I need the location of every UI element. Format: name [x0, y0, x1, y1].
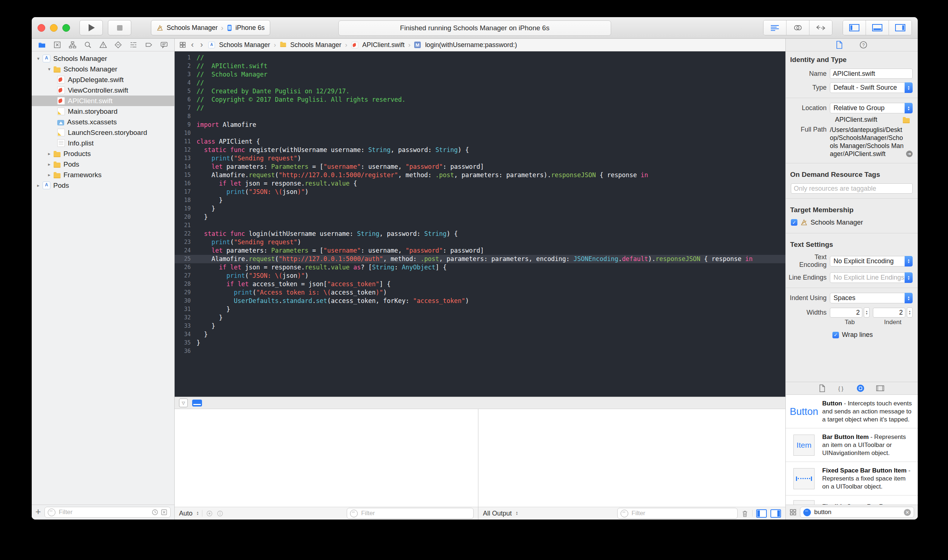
- hide-debug-area-button[interactable]: ▽: [179, 398, 188, 407]
- line-number[interactable]: 24: [175, 246, 197, 255]
- tree-item-apiclient-selected[interactable]: APIClient.swift: [32, 95, 174, 106]
- file-template-library-icon[interactable]: [819, 384, 825, 392]
- code-line[interactable]: 15 Alamofire.request("http://127.0.0.1:5…: [175, 171, 785, 179]
- tab-width-stepper[interactable]: ▴▾: [864, 307, 870, 318]
- file-inspector-tab-icon[interactable]: [836, 40, 843, 49]
- code-line[interactable]: 20 }: [175, 213, 785, 221]
- variables-view-content[interactable]: [175, 409, 478, 507]
- issue-navigator-tab[interactable]: [99, 40, 108, 49]
- code-line[interactable]: 18 }: [175, 196, 785, 205]
- disclosure-triangle[interactable]: ▾: [46, 66, 53, 72]
- toggle-console-view-button[interactable]: [770, 509, 781, 518]
- toggle-debug-area-button[interactable]: [866, 20, 889, 35]
- code-line[interactable]: 35}: [175, 339, 785, 347]
- source-editor[interactable]: 1//2// APIClient.swift3// Schools Manage…: [175, 51, 785, 397]
- back-button[interactable]: ‹: [189, 41, 195, 49]
- line-number[interactable]: 29: [175, 288, 197, 297]
- disclosure-triangle[interactable]: ▾: [35, 56, 42, 61]
- line-number[interactable]: 18: [175, 196, 197, 205]
- line-number[interactable]: 7: [175, 104, 197, 112]
- code-line[interactable]: 19 }: [175, 205, 785, 213]
- tree-item-group[interactable]: ▾ Schools Manager: [32, 64, 174, 74]
- version-editor-button[interactable]: [809, 20, 832, 35]
- variables-filter-field[interactable]: [347, 508, 474, 519]
- line-number[interactable]: 12: [175, 146, 197, 154]
- line-number[interactable]: 16: [175, 179, 197, 188]
- project-navigator-tab[interactable]: [38, 40, 46, 49]
- tree-item-viewcontroller[interactable]: ViewController.swift: [32, 85, 174, 95]
- library-item-bar-button-item[interactable]: Item Bar Button Item - Represents an ite…: [786, 428, 918, 462]
- jumpbar-crumb-group[interactable]: Schools Manager: [290, 41, 341, 49]
- indent-using-popup[interactable]: Spaces ▴▾: [830, 293, 913, 303]
- line-number[interactable]: 1: [175, 54, 197, 62]
- wrap-lines-checkbox[interactable]: ✓: [833, 332, 839, 338]
- code-line[interactable]: 21: [175, 221, 785, 230]
- line-number[interactable]: 32: [175, 314, 197, 322]
- breakpoint-navigator-tab[interactable]: [145, 40, 153, 49]
- target-checkbox[interactable]: ✓: [791, 219, 797, 226]
- code-line[interactable]: 31 }: [175, 305, 785, 314]
- clear-search-icon[interactable]: ✕: [904, 509, 911, 516]
- tree-item-infoplist[interactable]: Info.plist: [32, 138, 174, 148]
- info-icon[interactable]: [217, 510, 223, 517]
- console-output-popup[interactable]: All Output: [483, 510, 512, 517]
- library-item-fixed-space[interactable]: Fixed Space Bar Button Item - Represents…: [786, 462, 918, 495]
- source-control-status-icon[interactable]: [161, 509, 167, 515]
- code-line[interactable]: 23 print("Sending request"): [175, 238, 785, 246]
- line-number[interactable]: 35: [175, 339, 197, 347]
- code-line[interactable]: 2// APIClient.swift: [175, 62, 785, 70]
- console-filter-field[interactable]: [617, 508, 738, 519]
- code-snippet-library-icon[interactable]: { }: [836, 384, 845, 392]
- line-number[interactable]: 28: [175, 280, 197, 288]
- toggle-navigator-button[interactable]: [843, 20, 866, 35]
- tree-item-pods-project[interactable]: ▸ Pods: [32, 180, 174, 191]
- close-window-button[interactable]: [38, 24, 45, 32]
- line-number[interactable]: 11: [175, 137, 197, 146]
- line-number[interactable]: 31: [175, 305, 197, 314]
- clear-console-trash-icon[interactable]: [741, 510, 749, 517]
- line-number[interactable]: 26: [175, 263, 197, 272]
- line-number[interactable]: 25: [175, 255, 197, 263]
- disclosure-triangle[interactable]: ▸: [46, 151, 53, 156]
- tree-item-products[interactable]: ▸ Products: [32, 148, 174, 159]
- variables-scope-popup[interactable]: Auto: [179, 510, 192, 517]
- code-line[interactable]: 32 }: [175, 314, 785, 322]
- symbol-navigator-tab[interactable]: [68, 40, 77, 49]
- stop-button[interactable]: [108, 20, 131, 35]
- code-line[interactable]: 6// Copyright © 2017 Dante Puglisi. All …: [175, 95, 785, 104]
- toggle-variables-view-button[interactable]: [756, 509, 767, 518]
- quicklook-eye-icon[interactable]: [206, 510, 213, 517]
- tree-item-main-storyboard[interactable]: Main.storyboard: [32, 106, 174, 117]
- scheme-selector[interactable]: Schools Manager › iPhone 6s: [151, 20, 270, 35]
- console-output[interactable]: [479, 409, 785, 507]
- add-button[interactable]: +: [35, 507, 41, 516]
- code-line[interactable]: 17 print("JSON: \(json)"): [175, 188, 785, 196]
- line-number[interactable]: 15: [175, 171, 197, 179]
- media-library-icon[interactable]: [876, 385, 885, 392]
- code-line[interactable]: 24 let parameters: Parameters = ["userna…: [175, 246, 785, 255]
- tree-item-frameworks[interactable]: ▸ Frameworks: [32, 169, 174, 180]
- text-encoding-popup[interactable]: No Explicit Encoding ▴▾: [830, 256, 913, 266]
- code-line[interactable]: 25 Alamofire.request("http://127.0.0.1:5…: [175, 255, 785, 263]
- code-line[interactable]: 16 if let json = response.result.value {: [175, 179, 785, 188]
- code-line[interactable]: 14 let parameters: Parameters = ["userna…: [175, 163, 785, 171]
- disclosure-triangle[interactable]: ▸: [46, 162, 53, 167]
- debug-navigator-tab[interactable]: [129, 40, 138, 49]
- tab-width-field[interactable]: 2: [830, 308, 862, 318]
- tree-item-assets[interactable]: Assets.xcassets: [32, 117, 174, 127]
- line-number[interactable]: 4: [175, 79, 197, 87]
- quick-help-tab-icon[interactable]: ?: [859, 40, 868, 49]
- standard-editor-button[interactable]: [763, 20, 786, 35]
- code-line[interactable]: 7//: [175, 104, 785, 112]
- report-navigator-tab[interactable]: [160, 40, 168, 49]
- line-number[interactable]: 22: [175, 230, 197, 238]
- indent-width-field[interactable]: 2: [873, 308, 905, 318]
- code-line[interactable]: 9import Alamofire: [175, 121, 785, 129]
- library-item-button[interactable]: Button Button - Intercepts touch events …: [786, 395, 918, 428]
- tree-item-pods-group[interactable]: ▸ Pods: [32, 159, 174, 169]
- line-number[interactable]: 9: [175, 121, 197, 129]
- line-number[interactable]: 10: [175, 129, 197, 137]
- line-number[interactable]: 34: [175, 330, 197, 339]
- code-line[interactable]: 8: [175, 112, 785, 121]
- jumpbar-crumb-symbol[interactable]: login(withUsername:password:): [425, 41, 517, 49]
